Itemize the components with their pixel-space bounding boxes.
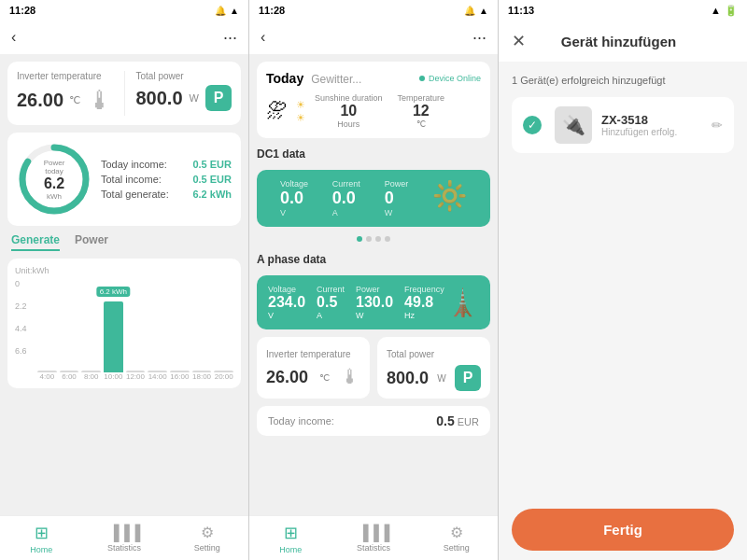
bar-6: [170, 371, 190, 372]
chart-area: 6.6 4.4 2.2 0 6.2 kWh: [15, 279, 233, 372]
dc1-voltage-label: Voltage: [280, 179, 308, 189]
power-unit: W: [190, 92, 199, 104]
dot-1: [357, 236, 362, 242]
dc1-current-value: 0.0: [332, 189, 356, 208]
phase-frequency: Frequency 49.8 Hz: [404, 285, 444, 320]
phase-voltage: Voltage 234.0 V: [268, 285, 305, 320]
temp-value: 26.00: [17, 90, 63, 111]
chart-bars: 6.2 kWh: [37, 298, 233, 372]
p2-parking-icon: P: [455, 365, 481, 391]
bar-0: [37, 371, 57, 372]
temp-power-card: Inverter temperature 26.00 ℃ 🌡 Total pow…: [7, 62, 241, 125]
nav-statistics-1[interactable]: ▐▐▐ Statistics: [83, 516, 166, 560]
dc1-power-value: 0: [385, 189, 394, 208]
weather-temp-unit: ℃: [416, 119, 426, 129]
nav-home-1[interactable]: ⊞ Home: [0, 516, 83, 560]
device-info: ZX-3518 Hinzufügen erfolg.: [601, 113, 702, 137]
p2-temp-power-row: Inverter temperature 26.00 ℃ 🌡 Total pow…: [257, 337, 490, 399]
dc1-card: Voltage 0.0 V Current 0.0 A Power 0 W 🔆: [257, 170, 490, 227]
fertig-button[interactable]: Fertig: [512, 509, 734, 551]
dc1-current-label: Current: [332, 179, 360, 189]
sunshine-label: Sunshine duration: [315, 93, 383, 103]
home-label: Home: [30, 545, 52, 554]
p2-power-unit: W: [437, 373, 445, 384]
more-button-2[interactable]: ···: [472, 28, 486, 48]
temp-unit: ℃: [69, 94, 80, 106]
p2-thermo-icon: 🌡: [340, 365, 360, 389]
phase-freq-label: Frequency: [404, 285, 444, 294]
back-button-2[interactable]: ‹: [261, 29, 265, 46]
bottom-nav-2: ⊞ Home ▐▐▐ Statistics ⚙ Setting: [249, 515, 498, 560]
close-button[interactable]: ✕: [512, 33, 526, 49]
dc1-voltage-value: 0.0: [280, 189, 303, 208]
weather-stats: Sunshine duration 10 Hours Temperature 1…: [315, 93, 444, 129]
p2-temp-unit: ℃: [319, 372, 330, 383]
nav-setting-1[interactable]: ⚙ Setting: [165, 516, 248, 560]
stats-label-2: Statistics: [357, 543, 390, 553]
thermometer-icon: 🌡: [87, 85, 113, 116]
nav-setting-2[interactable]: ⚙ Setting: [415, 516, 498, 560]
inverter-temp-item: Inverter temperature 26.00 ℃ 🌡: [17, 71, 113, 116]
status-icons-2: 🔔 ▲: [464, 6, 488, 16]
p2-power-value: 800.0: [387, 369, 429, 388]
edit-icon[interactable]: ✏: [712, 118, 723, 133]
storm-icon: ⛈: [266, 99, 287, 123]
sun-icons: ☀ ☀: [296, 99, 305, 124]
bar-8: [214, 371, 233, 372]
today-income-label: Today income:: [101, 159, 167, 170]
today-label: Today: [266, 71, 303, 86]
notification-icon-2: 🔔: [464, 6, 475, 16]
setting-label: Setting: [194, 543, 220, 553]
phase-values: Voltage 234.0 V Current 0.5 A Power 130.…: [268, 285, 444, 320]
signal-icon: ▲: [230, 6, 239, 16]
phase-freq-value: 49.8: [404, 294, 444, 311]
bar-2: [81, 371, 101, 372]
phase-voltage-label: Voltage: [268, 285, 305, 294]
phase-current-unit: A: [317, 311, 345, 320]
content-2: Today Gewitter... Device Online ⛈ ☀ ☀ Su…: [249, 54, 498, 515]
bar-5: [148, 371, 167, 372]
panel-3: 11:13 ▲ 🔋 ✕ Gerät hinzufügen 1 Gerät(e) …: [499, 0, 747, 560]
phase-voltage-value: 234.0: [268, 294, 305, 311]
sunshine-value: 10: [340, 103, 357, 119]
tab-generate[interactable]: Generate: [11, 233, 60, 251]
sunshine-stat: Sunshine duration 10 Hours: [315, 93, 383, 129]
stats-label: Statistics: [107, 543, 141, 553]
setting-icon-2: ⚙: [450, 524, 463, 541]
status-bar-2: 11:28 🔔 ▲: [249, 0, 498, 21]
online-label: Device Online: [429, 74, 481, 83]
content-1: Inverter temperature 26.00 ℃ 🌡 Total pow…: [0, 54, 248, 515]
device-thumbnail: 🔌: [555, 106, 592, 144]
total-generate-label: Total generate:: [101, 189, 169, 200]
weather-temp-label: Temperature: [398, 93, 445, 103]
battery-icon: 🔋: [725, 5, 738, 17]
total-income-row: Total income: 0.5 EUR: [101, 174, 232, 185]
chart-unit-label: Unit:kWh: [15, 266, 233, 275]
p2-total-power: Total power 800.0 W P: [377, 337, 490, 399]
tab-power[interactable]: Power: [75, 233, 108, 251]
nav-home-2[interactable]: ⊞ Home: [249, 516, 332, 560]
x-axis-labels: 4:00 6:00 8:00 10:00 12:00 14:00 16:00 1…: [15, 372, 233, 381]
income-card: Today income: 0.5 EUR: [257, 406, 490, 436]
status-bar-1: 11:28 🔔 ▲: [0, 0, 248, 21]
device-card: ✓ 🔌 ZX-3518 Hinzufügen erfolg. ✏: [512, 97, 734, 153]
total-power-item: Total power 800.0 W P: [136, 71, 233, 116]
status-icons-1: 🔔 ▲: [215, 6, 239, 16]
device-name: ZX-3518: [601, 113, 702, 127]
device-online-badge: Device Online: [419, 74, 481, 83]
nav-statistics-2[interactable]: ▐▐▐ Statistics: [332, 516, 416, 560]
dot-4: [385, 236, 390, 242]
more-button-1[interactable]: ···: [223, 28, 237, 48]
income-label: Today income:: [268, 415, 334, 427]
dot-2: [366, 236, 372, 242]
dc1-current: Current 0.0 A: [332, 179, 360, 217]
back-button-1[interactable]: ‹: [11, 29, 16, 46]
phase-card: Voltage 234.0 V Current 0.5 A Power 130.…: [257, 275, 490, 329]
stats-icon-2: ▐▐▐: [358, 525, 389, 541]
phase-current-label: Current: [317, 285, 345, 294]
chart-tabs: Generate Power: [7, 233, 241, 251]
panel-1: 11:28 🔔 ▲ ‹ ··· Inverter temperature 26.…: [0, 0, 249, 560]
bar-7: [192, 371, 212, 372]
p2-inverter-temp: Inverter temperature 26.00 ℃ 🌡: [257, 337, 370, 399]
stats-column: Today income: 0.5 EUR Total income: 0.5 …: [101, 159, 232, 200]
